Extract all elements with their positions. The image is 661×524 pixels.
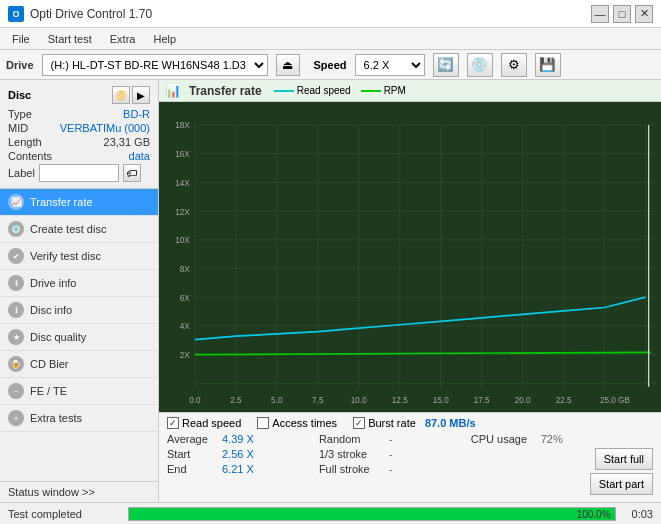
access-times-checkbox[interactable] xyxy=(257,417,269,429)
stats-cpu-val: 72% xyxy=(541,433,563,445)
save-button[interactable]: 💾 xyxy=(535,53,561,77)
restore-button[interactable]: □ xyxy=(613,5,631,23)
disc-panel: Disc 📀 ▶ Type BD-R MID VERBATIMu (000) L… xyxy=(0,80,158,189)
speed-select[interactable]: 6.2 X xyxy=(355,54,425,76)
svg-text:2.5: 2.5 xyxy=(230,394,242,405)
start-part-button[interactable]: Start part xyxy=(590,473,653,495)
nav-disc-info[interactable]: ℹ Disc info xyxy=(0,297,158,324)
disc-mid-key: MID xyxy=(8,122,28,134)
stats-area: ✓ Read speed Access times ✓ Burst rate 8… xyxy=(159,412,661,502)
burst-rate-checkbox[interactable]: ✓ xyxy=(353,417,365,429)
svg-text:25.0 GB: 25.0 GB xyxy=(600,394,630,405)
status-bar: Test completed 100.0% 0:03 xyxy=(0,502,661,524)
legend-rpm: RPM xyxy=(361,85,406,96)
nav-fe-te[interactable]: ~ FE / TE xyxy=(0,378,158,405)
disc-title: Disc xyxy=(8,89,31,101)
nav-cd-bier[interactable]: 🍺 CD Bier xyxy=(0,351,158,378)
svg-text:12.5: 12.5 xyxy=(392,394,408,405)
progress-container: 100.0% xyxy=(128,507,616,521)
disc-button[interactable]: 💿 xyxy=(467,53,493,77)
svg-text:7.5: 7.5 xyxy=(312,394,324,405)
stats-fullstroke-label: Full stroke xyxy=(319,463,389,475)
chart-legend: Read speed RPM xyxy=(274,85,406,96)
svg-text:2X: 2X xyxy=(180,350,190,361)
disc-type-key: Type xyxy=(8,108,32,120)
disc-length-key: Length xyxy=(8,136,42,148)
nav-disc-quality-label: Disc quality xyxy=(30,331,86,343)
start-full-button[interactable]: Start full xyxy=(595,448,653,470)
svg-text:20.0: 20.0 xyxy=(515,394,531,405)
close-button[interactable]: ✕ xyxy=(635,5,653,23)
disc-icons: 📀 ▶ xyxy=(112,86,150,104)
stats-start-label: Start xyxy=(167,448,222,460)
app-title: Opti Drive Control 1.70 xyxy=(30,7,152,21)
disc-contents-key: Contents xyxy=(8,150,52,162)
disc-type-row: Type BD-R xyxy=(8,108,150,120)
nav-cd-bier-label: CD Bier xyxy=(30,358,69,370)
svg-rect-0 xyxy=(159,102,661,412)
stats-average-row: Average 4.39 X xyxy=(167,433,319,445)
stats-end-row: End 6.21 X xyxy=(167,463,319,475)
label-input[interactable] xyxy=(39,164,119,182)
read-speed-checkbox[interactable]: ✓ xyxy=(167,417,179,429)
disc-icon-1[interactable]: 📀 xyxy=(112,86,130,104)
fe-te-icon: ~ xyxy=(8,383,24,399)
stats-end-val: 6.21 X xyxy=(222,463,272,475)
chart-svg: 18X 16X 14X 12X 10X 8X 6X 4X 2X 0.0 2.5 … xyxy=(159,102,661,412)
label-key: Label xyxy=(8,167,35,179)
nav-extra-tests[interactable]: + Extra tests xyxy=(0,405,158,432)
status-window-text: Status window >> xyxy=(8,486,95,498)
nav-drive-info[interactable]: ℹ Drive info xyxy=(0,270,158,297)
menu-file[interactable]: File xyxy=(4,31,38,47)
stats-legend-row: ✓ Read speed Access times ✓ Burst rate 8… xyxy=(167,417,653,429)
nav-drive-info-label: Drive info xyxy=(30,277,76,289)
access-times-legend-label: Access times xyxy=(272,417,337,429)
cd-bier-icon: 🍺 xyxy=(8,356,24,372)
svg-text:8X: 8X xyxy=(180,263,190,274)
drive-bar: Drive (H:) HL-DT-ST BD-RE WH16NS48 1.D3 … xyxy=(0,50,661,80)
legend-read-speed: Read speed xyxy=(274,85,351,96)
disc-contents-val: data xyxy=(129,150,150,162)
progress-bar xyxy=(129,508,615,520)
svg-text:4X: 4X xyxy=(180,321,190,332)
sidebar: Disc 📀 ▶ Type BD-R MID VERBATIMu (000) L… xyxy=(0,80,159,502)
stats-average-label: Average xyxy=(167,433,222,445)
drive-select[interactable]: (H:) HL-DT-ST BD-RE WH16NS48 1.D3 xyxy=(42,54,268,76)
stats-startfull-row: Start full xyxy=(471,448,653,470)
status-window[interactable]: Status window >> xyxy=(0,481,158,502)
nav-transfer-rate[interactable]: 📈 Transfer rate xyxy=(0,189,158,216)
menu-help[interactable]: Help xyxy=(145,31,184,47)
chart-title: Transfer rate xyxy=(189,84,262,98)
stats-1stroke-label: 1/3 stroke xyxy=(319,448,389,460)
nav-disc-info-label: Disc info xyxy=(30,304,72,316)
create-test-disc-icon: 💿 xyxy=(8,221,24,237)
legend-rpm-label: RPM xyxy=(384,85,406,96)
nav-disc-quality[interactable]: ★ Disc quality xyxy=(0,324,158,351)
nav-verify-test-disc[interactable]: ✔ Verify test disc xyxy=(0,243,158,270)
status-text: Test completed xyxy=(0,508,120,520)
nav-items: 📈 Transfer rate 💿 Create test disc ✔ Ver… xyxy=(0,189,158,481)
menu-extra[interactable]: Extra xyxy=(102,31,144,47)
disc-mid-val: VERBATIMu (000) xyxy=(60,122,150,134)
nav-fe-te-label: FE / TE xyxy=(30,385,67,397)
svg-text:10.0: 10.0 xyxy=(351,394,367,405)
nav-create-test-disc-label: Create test disc xyxy=(30,223,106,235)
svg-text:0.0: 0.0 xyxy=(189,394,201,405)
label-icon-button[interactable]: 🏷 xyxy=(123,164,141,182)
menu-start-test[interactable]: Start test xyxy=(40,31,100,47)
svg-text:22.5: 22.5 xyxy=(556,394,572,405)
nav-verify-test-disc-label: Verify test disc xyxy=(30,250,101,262)
svg-text:12X: 12X xyxy=(175,206,190,217)
svg-text:15.0: 15.0 xyxy=(433,394,449,405)
main-layout: Disc 📀 ▶ Type BD-R MID VERBATIMu (000) L… xyxy=(0,80,661,502)
title-bar-controls: — □ ✕ xyxy=(591,5,653,23)
stats-random-row: Random - xyxy=(319,433,471,445)
refresh-button[interactable]: 🔄 xyxy=(433,53,459,77)
drive-info-icon: ℹ xyxy=(8,275,24,291)
nav-create-test-disc[interactable]: 💿 Create test disc xyxy=(0,216,158,243)
disc-contents-row: Contents data xyxy=(8,150,150,162)
eject-button[interactable]: ⏏ xyxy=(276,54,300,76)
disc-icon-2[interactable]: ▶ xyxy=(132,86,150,104)
minimize-button[interactable]: — xyxy=(591,5,609,23)
settings-button[interactable]: ⚙ xyxy=(501,53,527,77)
